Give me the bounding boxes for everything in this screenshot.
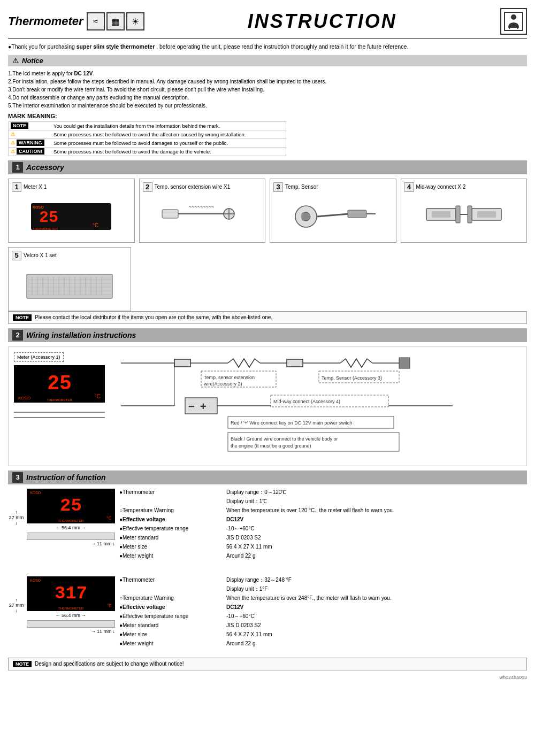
svg-text:the engine (It must be a good : the engine (It must be a good ground) [231,443,311,449]
func-label-1-7: ●Meter weight [119,552,226,560]
wiring-inner: Meter (Accessory 1) 25 °C KOSO THERMOMET… [14,352,521,460]
function-unit-1: ↑ 27 mm ↓ KOSO 25 °C THERMOMETER ← 56.4 … [8,489,527,561]
function-section: 3 Instruction of function ↑ 27 mm ↓ KOSO… [8,470,527,670]
func-label-2-6: ●Meter size [119,631,226,638]
accessory-1-header: 1 Meter X 1 [12,182,131,192]
accessory-item-4: 4 Mid-way connect X 2 [401,179,528,243]
mark-row-note: NOTE You could get the installation deta… [9,122,286,130]
svg-text:~~~~~~~~~: ~~~~~~~~~ [189,204,214,210]
mark-triangle-label: ⚠ [11,132,54,137]
func-value-1-1: Display unit：1℃ [226,498,527,505]
func-meter-display-1: KOSO 25 °C THERMOMETER [27,489,115,523]
func-sublabel-1: THERMOMETER [58,519,83,522]
func-label-1-3: ●Effective voltage [119,516,226,523]
function-right-2: ●Thermometer Display range：32～248 °F Dis… [119,576,527,649]
acc-num-1: 1 [12,182,21,192]
func-spec-2-6: ●Meter size 56.4 X 27 X 11 mm [119,631,527,638]
acc-num-5: 5 [12,251,21,260]
wiring-header: 2 Wiring installation instructions [8,328,527,342]
notice-item-4: 4.Do not disassemble or change any parts… [8,94,527,102]
func-label-1-1 [119,498,226,505]
grid-icon: ▦ [106,12,125,30]
wave-icon: ≈ [87,12,105,30]
section-num-1: 1 [12,162,23,173]
svg-rect-9 [162,210,178,218]
meter-display-unit: °C [95,394,101,399]
meter-display-number: 25 [47,372,72,395]
func-label-2-5: ●Meter standard [119,622,226,629]
func-spec-2-4: ●Effective temperature range -10～+60°C [119,613,527,620]
doc-number: wh024ba003 [499,675,527,680]
svg-rect-22 [456,206,460,223]
func-spec-1-5: ●Meter standard JIS D 0203 S2 [119,534,527,542]
svg-text:+: + [200,400,207,412]
func-spec-1-1: Display unit：1℃ [119,498,527,505]
func-spec-2-1: Display unit：1°F [119,585,527,593]
func-label-2-0: ●Thermometer [119,576,226,584]
side-view-2 [27,620,115,628]
func-spec-2-7: ●Meter weight Around 22 g [119,640,527,647]
func-value-2-3: DC12V [226,604,527,611]
acc-5-illustration [12,264,127,306]
accessory-grid: 1 Meter X 1 25 °C THERMOMETER KOSO 2 Tem… [8,179,527,243]
func-label-1-4: ●Effective temperature range [119,525,226,533]
arrow-up-2: ↑ [15,597,18,603]
dim-depth-1: 11 mm [97,541,112,546]
mark-warning-desc: Some processes must be followed to avoid… [54,140,228,146]
acc-2-illustration: ~~~~~~~~~ [143,195,262,233]
header-icons: ≈ ▦ ☀ [87,12,144,30]
accessory-item-5: 5 Velcro X 1 set [8,247,131,311]
func-meter-display-2: KOSO 317 °F THERMOMETER [27,576,115,611]
page-header: Thermometer ≈ ▦ ☀ INSTRUCTION [8,8,527,38]
warning-triangle-icon: ⚠ [12,57,19,65]
svg-rect-54 [287,359,303,367]
accessory-title: Accessory [26,163,64,172]
dim-height-1: 27 mm [9,515,24,520]
accessory-item-2: 2 Temp. sensor extension wire X1 ~~~~~~~… [139,179,266,243]
function-title: Instruction of function [26,473,106,482]
acc-4-illustration [404,195,524,233]
person-icon [500,8,527,35]
func-value-2-6: 56.4 X 27 X 11 mm [226,631,527,638]
wiring-section: 2 Wiring installation instructions Meter… [8,328,527,466]
svg-text:wire(Accessory 2): wire(Accessory 2) [203,381,242,387]
height-dim-1: ↑ 27 mm ↓ [8,489,25,546]
func-left-wrapper-1: ↑ 27 mm ↓ KOSO 25 °C THERMOMETER ← 56.4 … [8,489,115,546]
width-dim-1: ← 56.4 mm → [27,525,115,530]
arrow-right-depth-2: → [91,629,96,634]
acc-3-illustration [273,195,393,233]
func-number-1: 25 [60,496,82,516]
section-num-2: 2 [12,330,23,341]
acc-5-name: Velcro X 1 set [24,252,57,258]
acc-4-name: Mid-way connect X 2 [416,184,466,190]
arrow-down-depth-1: ↓ [113,541,116,546]
arrow-right-depth-1: → [91,541,96,546]
accessory-5-header: 5 Velcro X 1 set [12,251,127,260]
accessory-section: 1 Accessory 1 Meter X 1 25 °C THERMOMETE… [8,160,527,324]
svg-text:°C: °C [93,222,98,228]
height-dim-2: ↑ 27 mm ↓ [8,576,25,634]
accessory-row-2: 5 Velcro X 1 set [8,247,131,311]
wiring-left: Meter (Accessory 1) 25 °C KOSO THERMOMET… [14,352,110,424]
wire-lines [14,407,110,424]
func-label-2-1 [119,585,226,593]
function-unit-2: ↑ 27 mm ↓ KOSO 317 °F THERMOMETER ← 56.4… [8,576,527,649]
arrow-right-2: → [81,613,86,618]
acc-3-name: Temp. Sensor [285,184,318,190]
svg-rect-57 [399,358,410,368]
dim-depth-2: 11 mm [97,629,112,634]
meter-display-sublabel: THERMOMETER [47,398,72,402]
svg-text:25: 25 [39,209,58,227]
notice-section: ⚠ Notice 1.The lcd meter is apply for DC… [8,55,527,156]
note-tag-1: NOTE [13,314,32,321]
func-label-1-2: ○Temperature Warning [119,507,226,514]
meter-display: 25 °C KOSO THERMOMETER [14,365,105,403]
func-spec-1-0: ●Thermometer Display range：0～120℃ [119,489,527,496]
dim-width-1: 56.4 mm [62,525,80,530]
notice-title: Notice [22,57,43,65]
intro-text: ●Thank you for purchasing super slim sty… [8,43,527,51]
bottom-note: NOTE Design and specifications are subje… [8,658,527,670]
func-unit-1: °C [106,515,112,521]
func-number-2: 317 [55,583,87,604]
func-spec-1-3: ●Effective voltage DC12V [119,516,527,523]
